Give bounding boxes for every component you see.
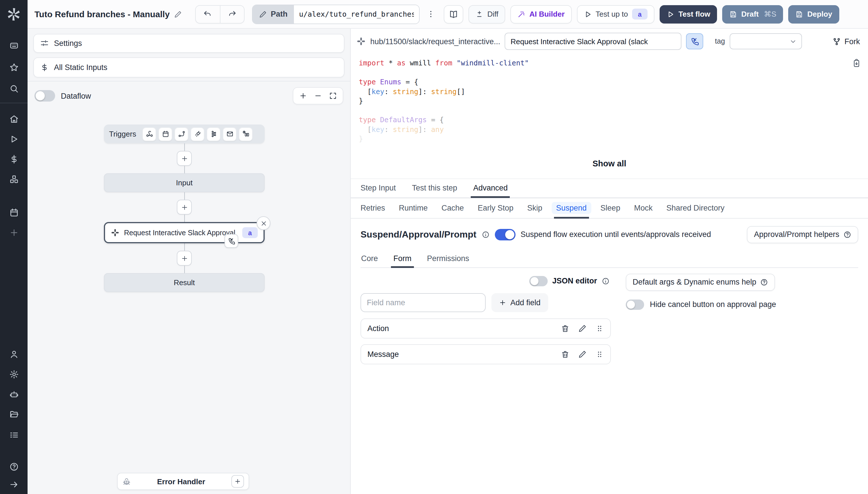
subtab-skip[interactable]: Skip — [527, 198, 542, 218]
suspend-shortcut-button[interactable] — [686, 33, 703, 49]
code-editor[interactable]: import * as wmill from "windmill-client"… — [351, 54, 868, 144]
sidebar-item-schedules[interactable] — [7, 206, 21, 218]
windmill-logo[interactable] — [6, 0, 21, 29]
path-input[interactable] — [294, 5, 419, 23]
sidebar-item-add[interactable] — [7, 226, 21, 239]
slack-approval-node[interactable]: Request Interactive Slack Approval (... … — [104, 222, 265, 243]
plug-icon — [194, 130, 201, 138]
triggers-node[interactable]: Triggers — [104, 125, 265, 144]
sidebar-item-users[interactable] — [7, 348, 21, 360]
sidebar-item-variables[interactable] — [7, 153, 21, 165]
diff-button[interactable]: Diff — [468, 5, 505, 23]
subtab-early-stop[interactable]: Early Stop — [478, 198, 514, 218]
subtab-suspend[interactable]: Suspend — [556, 198, 587, 218]
sidebar-item-logs[interactable] — [7, 428, 21, 441]
sidebar-item-favorites[interactable] — [7, 61, 21, 73]
trash-icon[interactable] — [561, 324, 570, 332]
subtab-shared-directory[interactable]: Shared Directory — [666, 198, 724, 218]
webhook-trigger-button[interactable] — [142, 127, 156, 141]
json-editor-toggle[interactable] — [529, 276, 548, 286]
result-node[interactable]: Result — [104, 273, 265, 292]
tab-core[interactable]: Core — [361, 250, 378, 267]
test-flow-button[interactable]: Test flow — [660, 5, 717, 23]
subtab-retries[interactable]: Retries — [361, 198, 385, 218]
tab-advanced[interactable]: Advanced — [473, 179, 508, 197]
hide-cancel-toggle[interactable] — [626, 299, 644, 309]
subtab-sleep[interactable]: Sleep — [601, 198, 620, 218]
drag-handle-icon[interactable] — [595, 324, 604, 332]
node-title: Request Interactive Slack Approval (... — [124, 229, 238, 237]
sidebar-item-folders[interactable] — [7, 408, 21, 421]
sidebar-item-runs[interactable] — [7, 133, 21, 145]
play-outline-icon — [584, 10, 592, 18]
sidebar-item-help[interactable] — [7, 460, 21, 473]
trash-icon[interactable] — [561, 350, 570, 358]
fit-view-icon[interactable] — [329, 92, 337, 100]
form-field-row-message[interactable]: Message — [361, 344, 611, 364]
edit-pencil-icon[interactable] — [578, 324, 587, 332]
path-label[interactable]: Path — [252, 5, 294, 23]
dollar-icon — [40, 63, 49, 72]
insert-step-button[interactable] — [177, 251, 192, 266]
suspend-enabled-toggle[interactable] — [495, 229, 516, 240]
test-up-to-button[interactable]: Test up to a — [577, 5, 654, 23]
draft-button[interactable]: Draft ⌘S — [722, 5, 783, 23]
sidebar-item-home[interactable] — [7, 112, 21, 125]
sidebar-expand[interactable] — [7, 478, 21, 491]
undo-redo-group — [195, 5, 244, 23]
input-node[interactable]: Input — [104, 173, 265, 192]
copy-clipboard-icon[interactable] — [852, 58, 861, 68]
tab-step-input[interactable]: Step Input — [361, 179, 396, 197]
tab-form[interactable]: Form — [393, 250, 412, 267]
field-name-input[interactable] — [361, 293, 486, 312]
kafka-trigger-button[interactable] — [207, 127, 220, 141]
add-field-button[interactable]: Add field — [492, 293, 548, 312]
poll-trigger-button[interactable] — [239, 127, 253, 141]
subtab-runtime[interactable]: Runtime — [399, 198, 428, 218]
insert-step-button[interactable] — [177, 200, 192, 214]
chevron-down-icon — [789, 38, 797, 45]
tab-test-this-step[interactable]: Test this step — [412, 179, 457, 197]
hub-script-path[interactable]: hub/11500/slack/request_interactive... — [370, 37, 500, 45]
zoom-in-icon[interactable] — [299, 92, 307, 100]
subtab-mock[interactable]: Mock — [634, 198, 653, 218]
plus-icon — [181, 203, 188, 211]
add-error-handler-button[interactable] — [232, 475, 244, 488]
undo-button[interactable] — [196, 5, 220, 23]
form-field-row-action[interactable]: Action — [361, 318, 611, 338]
docs-button[interactable] — [444, 5, 463, 23]
websocket-trigger-button[interactable] — [190, 127, 204, 141]
sidebar-item-settings[interactable] — [7, 368, 21, 380]
delete-node-button[interactable] — [257, 216, 271, 230]
sidebar-item-resources[interactable] — [7, 173, 21, 185]
tab-permissions[interactable]: Permissions — [427, 250, 469, 267]
show-all-button[interactable]: Show all — [351, 159, 868, 168]
insert-step-button[interactable] — [177, 151, 192, 166]
email-trigger-button[interactable] — [223, 127, 237, 141]
redo-button[interactable] — [220, 5, 244, 23]
git-fork-icon — [832, 37, 841, 45]
static-inputs-card[interactable]: All Static Inputs — [33, 57, 345, 77]
schedule-trigger-button[interactable] — [159, 127, 172, 141]
dataflow-toggle[interactable] — [34, 90, 55, 101]
deploy-button[interactable]: Deploy — [789, 5, 839, 23]
step-name-input[interactable] — [505, 33, 682, 50]
fork-button[interactable]: Fork — [832, 37, 862, 45]
zoom-out-icon[interactable] — [314, 92, 322, 100]
edit-pencil-icon[interactable] — [578, 350, 587, 358]
sidebar-item-workers[interactable] — [7, 388, 21, 400]
http-route-trigger-button[interactable] — [174, 127, 188, 141]
sidebar-item-remote[interactable] — [7, 39, 21, 52]
tag-select[interactable] — [730, 33, 802, 49]
error-handler-node[interactable]: Error Handler — [117, 473, 249, 490]
sidebar-item-search[interactable] — [7, 82, 21, 95]
approval-prompt-helpers-button[interactable]: Approval/Prompt helpers — [747, 226, 858, 243]
edit-pencil-icon[interactable] — [174, 10, 182, 18]
default-args-help-button[interactable]: Default args & Dynamic enums help — [626, 273, 775, 291]
flow-settings-card[interactable]: Settings — [33, 34, 345, 53]
ai-builder-button[interactable]: AI Builder — [510, 5, 572, 23]
subtab-cache[interactable]: Cache — [441, 198, 464, 218]
more-menu-button[interactable] — [425, 5, 438, 23]
sliders-icon — [40, 39, 49, 48]
drag-handle-icon[interactable] — [595, 350, 604, 358]
